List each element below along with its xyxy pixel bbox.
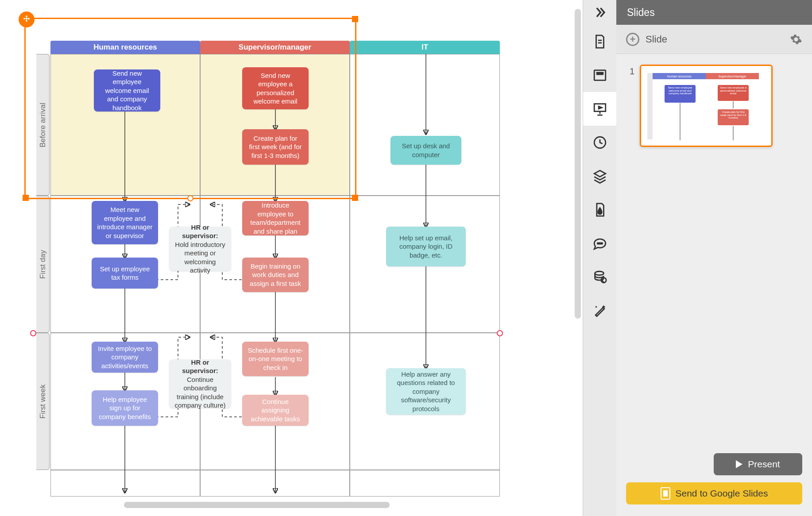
tool-present-icon[interactable] — [583, 92, 617, 126]
gray-fd-body: Hold introductory meeting or welcoming a… — [175, 241, 225, 274]
google-label: Send to Google Slides — [676, 488, 768, 499]
cell-it-4 — [350, 470, 500, 497]
slide-thumbnail-1[interactable]: 1 Human resources Supervisor/manager Sen… — [630, 65, 799, 147]
cell-sm-4 — [200, 470, 350, 497]
slides-panel: Slides + Slide 1 Human resources Supervi… — [616, 0, 812, 516]
node-hr-welcome-email[interactable]: Send new employee welcome email and comp… — [94, 69, 160, 112]
vertical-scrollbar[interactable] — [575, 9, 581, 319]
horizontal-scrollbar[interactable] — [124, 502, 390, 508]
tool-quote-icon[interactable]: "" — [583, 58, 617, 92]
tool-fill-icon[interactable] — [583, 193, 617, 227]
selection-handle-ne[interactable] — [352, 16, 358, 22]
node-sm-one-on-one[interactable]: Schedule first one-on-one meeting to che… — [242, 342, 309, 376]
svg-point-20 — [601, 243, 602, 244]
column-header-it[interactable]: IT — [350, 41, 500, 54]
node-hr-tax-forms[interactable]: Set up employee tax forms — [92, 258, 158, 289]
google-slides-icon — [661, 487, 670, 500]
thumbnail-number: 1 — [630, 65, 634, 147]
row-label-before[interactable]: Before arrival — [36, 54, 50, 196]
node-sm-create-plan[interactable]: Create plan for first week (and for firs… — [242, 129, 309, 165]
node-sm-welcome-email[interactable]: Send new employee a personalized welcome… — [242, 67, 309, 109]
gear-icon[interactable] — [790, 33, 802, 46]
node-it-setup-email[interactable]: Help set up email, company login, ID bad… — [386, 227, 466, 266]
node-sm-introduce-team[interactable]: Introduce employee to team/department an… — [242, 201, 309, 235]
collapse-panel-button[interactable] — [583, 0, 617, 25]
swimlane-diagram[interactable]: Human resources Supervisor/manager IT Be… — [36, 41, 501, 497]
node-hr-benefits[interactable]: Help employee sign up for company benefi… — [92, 390, 158, 426]
send-to-google-slides-button[interactable]: Send to Google Slides — [626, 482, 802, 504]
tool-page-icon[interactable] — [583, 25, 617, 58]
present-label: Present — [748, 459, 780, 470]
tool-data-icon[interactable] — [583, 260, 617, 294]
node-hr-invite-activities[interactable]: Invite employee to company activities/ev… — [92, 342, 158, 373]
right-toolbar: "" — [583, 0, 616, 516]
anchor-left[interactable] — [30, 330, 36, 336]
node-gray-continue-training[interactable]: HR or supervisor: Continue onboarding tr… — [169, 359, 231, 408]
column-header-hr[interactable]: Human resources — [50, 41, 200, 54]
tool-history-icon[interactable] — [583, 126, 617, 159]
tool-magic-icon[interactable] — [583, 294, 617, 327]
svg-point-19 — [599, 243, 600, 244]
play-icon — [736, 460, 742, 468]
tool-layers-icon[interactable] — [583, 159, 617, 193]
add-slide-label: Slide — [646, 34, 667, 45]
cell-hr-4 — [50, 470, 200, 497]
node-gray-intro-meeting[interactable]: HR or supervisor: Hold introductory meet… — [169, 227, 231, 271]
cell-it-before — [350, 54, 500, 196]
svg-text:"": "" — [596, 71, 603, 80]
node-sm-assign-tasks[interactable]: Continue assigning achievable tasks — [242, 395, 309, 426]
plus-icon: + — [626, 33, 639, 46]
gray-fw-title: HR or supervisor: — [182, 358, 218, 375]
node-sm-begin-training[interactable]: Begin training on work duties and assign… — [242, 258, 309, 292]
svg-point-21 — [595, 271, 603, 275]
node-it-setup-desk[interactable]: Set up desk and computer — [391, 136, 461, 165]
gray-fw-body: Continue onboarding training (include co… — [174, 376, 225, 409]
canvas-area[interactable]: Human resources Supervisor/manager IT Be… — [0, 0, 583, 516]
present-button[interactable]: Present — [714, 453, 802, 475]
row-label-firstweek[interactable]: First week — [36, 333, 50, 470]
node-hr-meet-employee[interactable]: Meet new employee and introduce manager … — [92, 201, 158, 244]
anchor-right[interactable] — [497, 330, 503, 336]
node-it-answer-questions[interactable]: Help answer any questions related to com… — [386, 368, 466, 415]
panel-toolbar: + Slide — [616, 25, 812, 54]
row-label-firstday[interactable]: First day — [36, 196, 50, 333]
add-slide-button[interactable]: + Slide — [626, 33, 667, 46]
svg-point-18 — [597, 243, 599, 244]
gray-fd-title: HR or supervisor: — [182, 223, 218, 240]
panel-title: Slides — [616, 0, 812, 25]
column-header-sm[interactable]: Supervisor/manager — [200, 41, 350, 54]
move-handle[interactable] — [19, 12, 35, 27]
selection-handle-sw[interactable] — [23, 195, 29, 201]
tool-comment-icon[interactable] — [583, 227, 617, 260]
